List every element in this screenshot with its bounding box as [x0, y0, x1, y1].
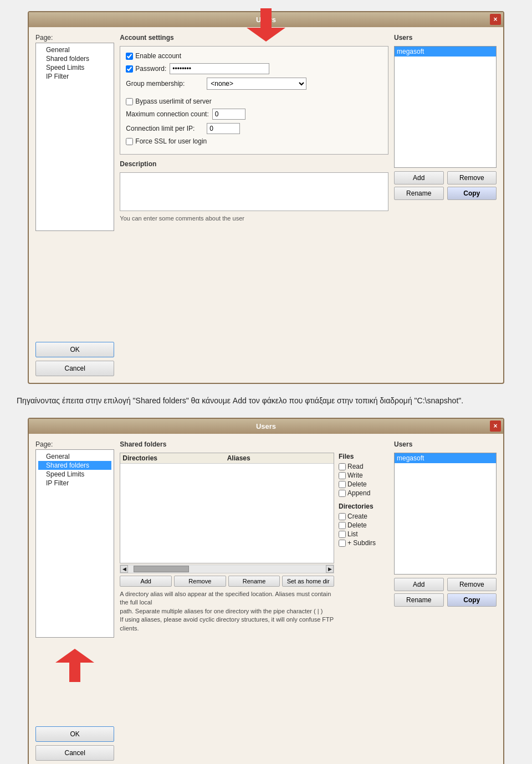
bypass-userlimit-label[interactable]: Bypass userlimit of server: [126, 98, 211, 105]
dialog1-users-list[interactable]: megasoft: [394, 46, 497, 168]
dir-header: Directories Aliases: [120, 453, 334, 464]
dialog2-nav-panel: Page: General Shared folders Speed Limit…: [35, 440, 114, 761]
directories-perms: Directories Create Delete: [339, 503, 388, 547]
svg-rect-3: [69, 663, 80, 682]
dir-check-delete: Delete: [339, 521, 388, 529]
file-delete-checkbox[interactable]: [339, 481, 346, 488]
file-read-label: Read: [347, 463, 364, 470]
connection-limit-input[interactable]: [207, 123, 240, 134]
dir-rename-button[interactable]: Rename: [228, 576, 280, 587]
nav-item-shared-folders[interactable]: Shared folders: [38, 54, 111, 63]
dialog2-users-btn-row1: Add Remove: [394, 578, 497, 591]
directories-panel: Directories Aliases: [120, 453, 334, 563]
scrollbar-thumb[interactable]: [134, 566, 189, 572]
d2-users-list-item-megasoft[interactable]: megasoft: [395, 453, 496, 463]
force-ssl-label[interactable]: Force SSL for user login: [126, 137, 207, 145]
enable-account-label[interactable]: Enable account: [126, 52, 181, 60]
dialog1-nav-panel: Page: General Shared folders Speed Limit…: [35, 34, 114, 376]
users-add-button[interactable]: Add: [394, 171, 444, 184]
middle-description: Πηγαίνοντας έπειτα στην επιλογή "Shared …: [17, 395, 515, 407]
dialog1-users-panel: Users megasoft Add Remove Rename Copy: [394, 34, 497, 376]
dialog2-container: Users × Page: General Shared folders Spe…: [28, 418, 504, 764]
dir-subdirs-checkbox[interactable]: [339, 540, 346, 547]
file-write-checkbox[interactable]: [339, 472, 346, 479]
dialog1-users-btn-row1: Add Remove: [394, 171, 497, 184]
nav-item-speed-limits[interactable]: Speed Limits: [38, 63, 111, 72]
dir-set-home-button[interactable]: Set as home dir: [282, 576, 334, 587]
max-connection-label: Maximum connection count:: [126, 110, 208, 118]
password-row: Password:: [126, 63, 382, 74]
dir-delete-label: Delete: [347, 521, 367, 529]
dir-list-label: List: [347, 530, 358, 538]
description-textarea[interactable]: [120, 172, 388, 211]
enable-account-row: Enable account: [126, 52, 382, 60]
dialog1-content: Account settings Enable account Passwor: [120, 34, 388, 376]
file-delete-label: Delete: [347, 480, 367, 488]
d2-nav-item-general[interactable]: General: [38, 452, 111, 461]
dialog1-page-label: Page:: [35, 34, 114, 42]
scrollbar-area[interactable]: ◀ ▶: [120, 565, 334, 573]
dialog1-body: Page: General Shared folders Speed Limit…: [29, 27, 503, 383]
d2-users-add-button[interactable]: Add: [394, 578, 444, 591]
d2-users-copy-button[interactable]: Copy: [447, 593, 497, 607]
dialog2-title: Users: [256, 422, 276, 430]
dir-add-button[interactable]: Add: [120, 576, 172, 587]
enable-account-checkbox[interactable]: [126, 53, 133, 60]
file-check-append: Append: [339, 489, 388, 497]
account-settings-box: Enable account Password: Group membershi…: [120, 46, 388, 155]
users-list-item-megasoft[interactable]: megasoft: [395, 47, 496, 57]
password-input[interactable]: [170, 63, 269, 74]
users-rename-button[interactable]: Rename: [394, 187, 444, 200]
file-append-checkbox[interactable]: [339, 490, 346, 497]
dialog2-ok-button[interactable]: OK: [35, 726, 114, 742]
svg-marker-2: [55, 649, 94, 663]
dialog1-container: Users × Page: General Shared folders Spe…: [28, 11, 504, 384]
password-checkbox[interactable]: [126, 65, 133, 73]
users-remove-button[interactable]: Remove: [447, 171, 497, 184]
dir-check-list: List: [339, 530, 388, 538]
connection-limit-row: Connection limit per IP:: [126, 123, 382, 134]
file-check-read: Read: [339, 463, 388, 470]
password-checkbox-label[interactable]: Password:: [126, 65, 166, 73]
d2-users-remove-button[interactable]: Remove: [447, 578, 497, 591]
dialog2-cancel-button[interactable]: Cancel: [35, 745, 114, 761]
d2-users-rename-button[interactable]: Rename: [394, 593, 444, 607]
dir-content-area[interactable]: [120, 464, 334, 552]
users-copy-button[interactable]: Copy: [447, 187, 497, 200]
file-check-write: Write: [339, 471, 388, 479]
dir-list-checkbox[interactable]: [339, 531, 346, 538]
users-label: Users: [394, 34, 497, 42]
dialog2-body: Page: General Shared folders Speed Limit…: [29, 434, 503, 764]
description-area: Description You can enter some comments …: [120, 160, 388, 222]
dir-create-checkbox[interactable]: [339, 513, 346, 520]
dialog2: Users × Page: General Shared folders Spe…: [28, 418, 504, 764]
dialog1-ok-button[interactable]: OK: [35, 342, 114, 357]
dialog1-close-button[interactable]: ×: [490, 14, 501, 25]
bypass-userlimit-checkbox[interactable]: [126, 98, 133, 105]
dir-delete-checkbox[interactable]: [339, 522, 346, 529]
group-membership-select[interactable]: <none>: [207, 78, 306, 90]
group-membership-row: Group membership: <none>: [126, 78, 382, 90]
scroll-right-arrow[interactable]: ▶: [326, 565, 334, 573]
max-connection-input[interactable]: [212, 109, 245, 120]
d2-nav-item-ip-filter[interactable]: IP Filter: [38, 479, 111, 488]
arrow-down-annotation: [247, 8, 285, 43]
svg-marker-1: [247, 28, 285, 42]
dir-remove-button[interactable]: Remove: [174, 576, 226, 587]
dialog2-close-button[interactable]: ×: [490, 421, 501, 432]
nav-item-ip-filter[interactable]: IP Filter: [38, 72, 111, 81]
d2-nav-item-shared-folders[interactable]: Shared folders: [38, 461, 111, 470]
description-hint: You can enter some comments about the us…: [120, 215, 388, 222]
d2-users-label: Users: [394, 440, 497, 448]
d2-nav-item-speed-limits[interactable]: Speed Limits: [38, 470, 111, 479]
scroll-left-arrow[interactable]: ◀: [120, 565, 128, 573]
force-ssl-checkbox[interactable]: [126, 138, 133, 145]
dialog2-users-panel: Users megasoft Add Remove Rename Copy: [394, 440, 497, 761]
dialog2-users-list[interactable]: megasoft: [394, 453, 497, 575]
dir-col-aliases: Aliases: [227, 454, 331, 462]
dialog1-cancel-button[interactable]: Cancel: [35, 361, 114, 376]
group-membership-label: Group membership:: [126, 80, 203, 88]
nav-item-general[interactable]: General: [38, 45, 111, 54]
file-read-checkbox[interactable]: [339, 463, 346, 470]
file-write-label: Write: [347, 471, 363, 479]
